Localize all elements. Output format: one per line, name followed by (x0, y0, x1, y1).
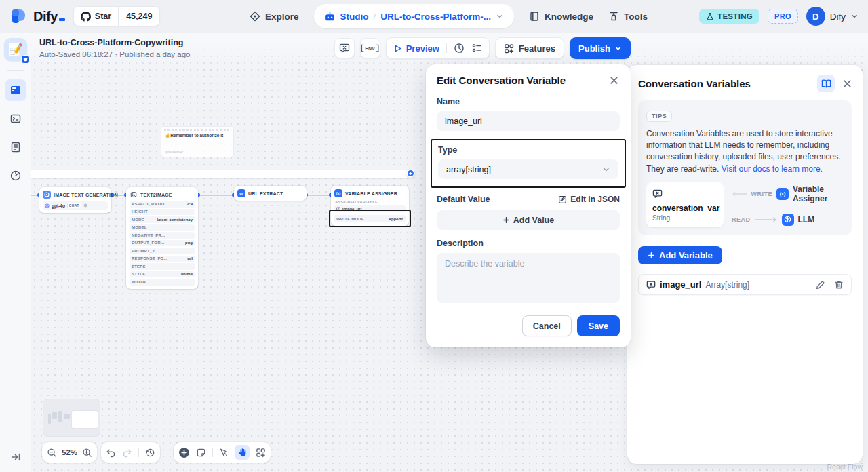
dify-logo[interactable]: Dify (9, 7, 65, 25)
organize-blocks-button[interactable] (256, 448, 266, 458)
env-variables-button[interactable]: ENV (360, 38, 380, 58)
trash-icon[interactable] (834, 280, 844, 290)
logs-icon (9, 141, 22, 153)
explore-icon (250, 11, 260, 22)
zoom-in-button[interactable] (82, 448, 92, 458)
nav-item-tools[interactable]: Tools (608, 11, 648, 22)
save-status: Auto-Saved 06:18:27 · Published a day ag… (39, 50, 191, 58)
nav-item-studio[interactable]: Studio (340, 12, 369, 22)
modal-title: Edit Conversation Variable (437, 75, 566, 86)
avatar: D (806, 7, 825, 26)
docs-toggle-button[interactable] (817, 75, 835, 92)
zoom-in-icon (82, 448, 92, 458)
chevron-down-icon[interactable] (496, 12, 504, 20)
minimap[interactable] (43, 399, 100, 437)
add-note-button[interactable] (196, 448, 206, 458)
write-mode-row: WRITE MODE Append (334, 215, 406, 222)
clock-history-icon (454, 43, 465, 54)
field-key: MODE (132, 218, 144, 222)
preview-button[interactable]: Preview (393, 43, 439, 54)
conversation-variables-button[interactable] (334, 38, 355, 58)
node-text2image[interactable]: TEXT2IMAGE ASPECT_RATIO7:4 HEIGHT MODEla… (126, 187, 198, 289)
tools-icon (608, 11, 619, 22)
edit-icon[interactable] (816, 280, 825, 290)
explore-label: Explore (265, 12, 299, 22)
pointer-mode-button[interactable] (219, 448, 229, 457)
field-key: OUTPUT_FOR... (132, 241, 164, 245)
read-target: LLM (798, 215, 815, 224)
cursor-icon (219, 448, 229, 457)
var-card-type: String (652, 214, 717, 222)
node-title: TEXT2IMAGE (140, 193, 172, 197)
divider (138, 448, 139, 457)
minimap-viewport[interactable] (72, 411, 98, 428)
github-icon (81, 12, 91, 22)
user-menu[interactable]: D Dify (806, 7, 859, 26)
write-label: WRITE (751, 191, 772, 197)
tips-text: Conversation Variables are used to store… (646, 128, 844, 176)
chat-mode-badge: CHAT (67, 203, 81, 208)
node-title: VARIABLE ASSIGNER (345, 191, 397, 196)
github-star-badge[interactable]: Star 45,249 (73, 6, 161, 26)
node-image-text-generation[interactable]: IMAGE TEXT GENERATION gpt-4o CHAT (39, 187, 111, 213)
assigned-variable: image_url (334, 205, 406, 212)
add-node-port[interactable]: + (406, 169, 415, 178)
divider (7, 70, 24, 71)
save-button[interactable]: Save (577, 315, 620, 336)
knowledge-icon (529, 11, 540, 22)
variable-row[interactable]: image_url Array[string] (638, 274, 852, 295)
cancel-button[interactable]: Cancel (522, 315, 572, 336)
edit-conversation-variable-modal: Edit Conversation Variable Name Type arr… (426, 64, 631, 347)
app-icon[interactable]: 📝 (4, 38, 27, 61)
logo-wordmark: Dify (33, 9, 65, 24)
env-bracket-icon (361, 43, 365, 53)
history-controls (101, 442, 160, 463)
change-history-button[interactable] (145, 448, 155, 458)
breadcrumb-app-name[interactable]: URL-to-Cross-Platform-... (380, 12, 491, 22)
header-actions: ENV Preview Features Publish (334, 37, 631, 59)
read-label: READ (732, 216, 751, 223)
docs-link[interactable]: Visit our docs to learn more. (722, 164, 823, 174)
expand-sidebar-button[interactable] (10, 452, 21, 463)
modal-close-button[interactable] (608, 75, 620, 86)
field-key: HEIGHT (132, 210, 148, 214)
hand-mode-button[interactable] (235, 445, 250, 460)
collapsed-node-strip[interactable] (31, 170, 411, 178)
run-history-button[interactable] (454, 43, 465, 54)
sidebar-item-monitoring[interactable] (5, 165, 26, 186)
sidebar-item-logs[interactable] (5, 136, 26, 158)
features-button[interactable]: Features (495, 37, 564, 59)
redo-button[interactable] (122, 448, 132, 458)
node-variable-assigner[interactable]: (x) VARIABLE ASSIGNER ASSIGNED VARIABLE … (331, 186, 409, 226)
undo-button[interactable] (106, 448, 116, 458)
type-label: Type (438, 145, 618, 155)
checklist-button[interactable] (471, 43, 482, 54)
testing-badge: TESTING (699, 9, 760, 24)
edit-json-icon (558, 195, 567, 204)
description-label: Description (437, 239, 620, 248)
image-tool-icon (130, 191, 138, 199)
orchestrate-icon (9, 84, 22, 96)
node-url-extract[interactable]: ur URL EXTRACT (234, 186, 307, 201)
sidebar-item-api[interactable] (5, 108, 26, 130)
knowledge-label: Knowledge (545, 12, 593, 22)
name-input[interactable] (437, 111, 620, 131)
panel-close-button[interactable] (842, 78, 853, 90)
note-emoji: ☝️ (165, 133, 170, 138)
description-textarea[interactable] (437, 253, 620, 303)
zoom-level[interactable]: 52% (62, 448, 77, 456)
zoom-controls: 52% (42, 442, 97, 463)
nav-item-knowledge[interactable]: Knowledge (529, 11, 593, 22)
type-select[interactable]: array[string] (438, 159, 618, 179)
sidebar-item-orchestrate[interactable] (5, 79, 26, 101)
add-variable-button[interactable]: Add Variable (638, 246, 722, 264)
edit-in-json-button[interactable]: Edit in JSON (558, 195, 620, 204)
publish-button[interactable]: Publish (570, 37, 631, 59)
zoom-out-button[interactable] (47, 448, 57, 458)
model-selector[interactable]: gpt-4o CHAT (43, 201, 108, 210)
add-value-button[interactable]: Add Value (437, 210, 620, 230)
note-node[interactable]: ☝️Remember to authorize it lysonober (161, 126, 234, 157)
env-label: ENV (365, 46, 375, 51)
add-node-button[interactable] (178, 447, 190, 458)
nav-item-explore[interactable]: Explore (250, 11, 299, 22)
